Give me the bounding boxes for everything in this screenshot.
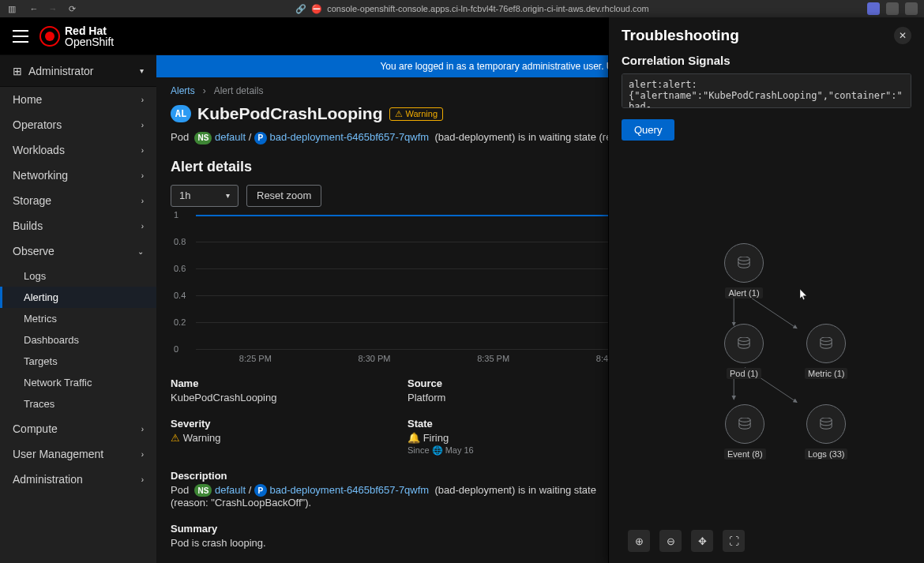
- sidebar-item-workloads[interactable]: Workloads›: [0, 137, 156, 163]
- topo-node-pod[interactable]: Pod (1): [724, 324, 764, 379]
- topology-toolbar: ⊕ ⊖ ✥ ⛶: [628, 530, 745, 552]
- sidebar-item-user-management[interactable]: User Management›: [0, 441, 156, 467]
- troubleshooting-panel: Troubleshooting ✕ Correlation Signals Qu…: [608, 17, 924, 563]
- warning-icon: ⚠: [171, 432, 180, 444]
- subnav-network-traffic[interactable]: Network Traffic: [0, 372, 156, 393]
- query-button[interactable]: Query: [622, 119, 674, 141]
- pod-badge: P: [254, 132, 267, 145]
- zoom-out-button[interactable]: ⊖: [659, 530, 682, 552]
- sidebar-item-home[interactable]: Home›: [0, 87, 156, 112]
- svg-point-7: [738, 337, 749, 341]
- pod-link[interactable]: bad-deployment-6465bf657-7qwfm: [270, 131, 430, 143]
- detail-description-label: Description: [171, 470, 597, 482]
- perspective-label: Administrator: [28, 65, 93, 77]
- namespace-link[interactable]: default: [215, 484, 246, 496]
- sidebar-item-compute[interactable]: Compute›: [0, 416, 156, 441]
- subnav-logs[interactable]: Logs: [0, 265, 156, 287]
- namespace-link[interactable]: default: [215, 131, 246, 143]
- chevron-right-icon: ›: [141, 197, 144, 205]
- breadcrumb-root[interactable]: Alerts: [171, 85, 195, 96]
- x-tick: 8:35 PM: [477, 354, 509, 363]
- browser-ext-1[interactable]: [867, 2, 880, 15]
- topo-node-alert[interactable]: Alert (1): [724, 243, 764, 298]
- chevron-right-icon: ›: [141, 121, 144, 129]
- subnav-targets[interactable]: Targets: [0, 351, 156, 372]
- sidebar-item-builds[interactable]: Builds›: [0, 213, 156, 238]
- detail-summary-value: Pod is crash looping.: [171, 537, 597, 549]
- x-tick: 8:25 PM: [239, 354, 272, 363]
- topo-node-label: Metric (1): [805, 368, 847, 379]
- nav-forward-icon[interactable]: →: [47, 3, 58, 14]
- svg-point-10: [821, 418, 832, 422]
- fit-to-screen-button[interactable]: ✥: [691, 530, 713, 552]
- sidebar: ⊞ Administrator ▾ Home› Operators› Workl…: [0, 55, 156, 563]
- chevron-down-icon: ⌄: [137, 247, 144, 256]
- chevron-down-icon: ▾: [140, 66, 144, 75]
- close-panel-button[interactable]: ✕: [894, 27, 911, 44]
- breadcrumb-current: Alert details: [214, 85, 264, 96]
- browser-ext-2[interactable]: [886, 2, 899, 15]
- browser-chrome: ▥ ← → ⟳ 🔗 ⛔ console-openshift-console.ap…: [0, 0, 924, 17]
- browser-ext-3[interactable]: [905, 2, 918, 15]
- globe-icon: 🌐: [432, 445, 443, 455]
- sidebar-item-observe[interactable]: Observe⌄: [0, 238, 156, 264]
- signals-title: Correlation Signals: [622, 54, 911, 67]
- chevron-right-icon: ›: [141, 222, 144, 231]
- url-text[interactable]: console-openshift-console.apps.ci-ln-fcb…: [327, 4, 649, 13]
- detail-name-label: Name: [171, 377, 360, 389]
- resource-badge-alert: AL: [171, 105, 191, 122]
- topo-node-label: Alert (1): [725, 287, 762, 298]
- svg-point-8: [821, 337, 832, 341]
- severity-badge: ⚠ Warning: [389, 107, 444, 121]
- topology-view[interactable]: Alert (1) Pod (1) Metric (1) Event (8) L…: [622, 243, 911, 480]
- pod-link[interactable]: bad-deployment-6465bf657-7qwfm: [270, 484, 430, 496]
- subnav-alerting[interactable]: Alerting: [0, 287, 156, 308]
- y-tick: 1: [174, 210, 178, 220]
- timerange-select[interactable]: 1h▾: [171, 185, 239, 207]
- brand-line2: OpenShift: [65, 36, 114, 47]
- y-tick: 0.4: [174, 291, 186, 300]
- sidebar-item-administration[interactable]: Administration›: [0, 467, 156, 492]
- pod-badge: P: [254, 484, 267, 497]
- chevron-right-icon: ›: [141, 450, 144, 459]
- topo-node-event[interactable]: Event (8): [724, 404, 766, 460]
- topo-node-logs[interactable]: Logs (33): [805, 404, 847, 460]
- observe-subnav: Logs Alerting Metrics Dashboards Targets…: [0, 264, 156, 416]
- reset-zoom-button[interactable]: Reset zoom: [246, 185, 321, 207]
- x-tick: 8:30 PM: [359, 354, 391, 363]
- correlation-query-input[interactable]: [622, 73, 911, 108]
- subnav-traces[interactable]: Traces: [0, 393, 156, 415]
- cursor-icon: [800, 289, 808, 300]
- detail-name-value: KubePodCrashLooping: [171, 392, 360, 403]
- panel-title: Troubleshooting: [622, 27, 739, 44]
- topo-node-label: Logs (33): [805, 449, 847, 460]
- grid-icon: ⊞: [13, 65, 22, 77]
- nav-reload-icon[interactable]: ⟳: [66, 3, 77, 14]
- zoom-in-button[interactable]: ⊕: [628, 530, 650, 552]
- perspective-switcher[interactable]: ⊞ Administrator ▾: [0, 55, 156, 87]
- sidebar-item-storage[interactable]: Storage›: [0, 188, 156, 213]
- sidebar-toggle-icon[interactable]: ▥: [6, 3, 17, 14]
- fullscreen-button[interactable]: ⛶: [723, 530, 745, 552]
- brand-line1: Red Hat: [65, 25, 114, 36]
- nav-toggle-button[interactable]: [13, 30, 28, 43]
- y-tick: 0.2: [174, 317, 186, 327]
- nav-back-icon[interactable]: ←: [28, 3, 39, 14]
- svg-point-9: [739, 418, 750, 422]
- close-icon: ✕: [899, 30, 907, 41]
- y-tick: 0.8: [174, 237, 186, 246]
- topo-node-metric[interactable]: Metric (1): [805, 324, 847, 379]
- svg-point-6: [738, 257, 749, 261]
- svg-point-1: [45, 32, 54, 41]
- topo-node-label: Pod (1): [727, 368, 761, 379]
- subnav-dashboards[interactable]: Dashboards: [0, 329, 156, 351]
- detail-description-value: Pod NS default / P bad-deployment-6465bf…: [171, 484, 597, 509]
- topo-node-label: Event (8): [724, 449, 766, 460]
- brand-logo[interactable]: Red Hat OpenShift: [39, 25, 114, 47]
- sidebar-item-networking[interactable]: Networking›: [0, 163, 156, 188]
- fit-icon: ✥: [698, 535, 707, 547]
- sidebar-item-operators[interactable]: Operators›: [0, 112, 156, 137]
- fullscreen-icon: ⛶: [729, 535, 739, 547]
- subnav-metrics[interactable]: Metrics: [0, 308, 156, 329]
- page-title: KubePodCrashLooping: [197, 104, 383, 123]
